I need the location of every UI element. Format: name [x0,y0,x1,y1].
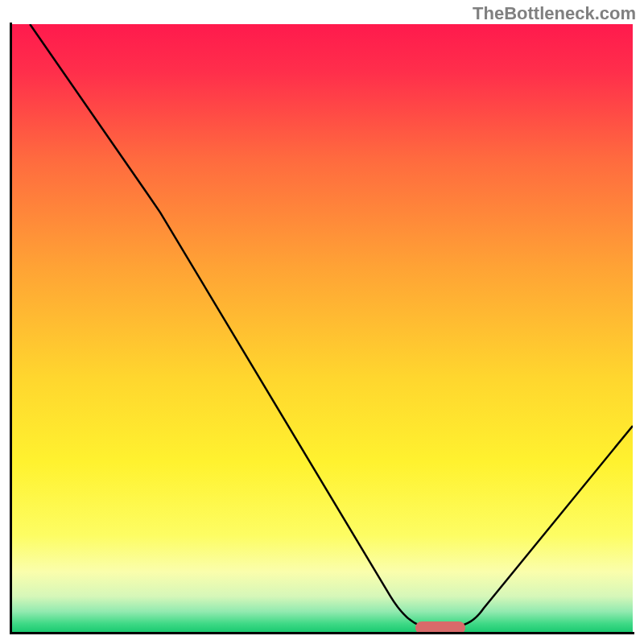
bottleneck-curve [11,24,633,633]
minimum-marker [415,621,465,633]
plot-area [11,24,633,633]
y-axis-line [10,23,12,634]
x-axis-line [10,632,634,634]
watermark-text: TheBottleneck.com [473,3,636,24]
